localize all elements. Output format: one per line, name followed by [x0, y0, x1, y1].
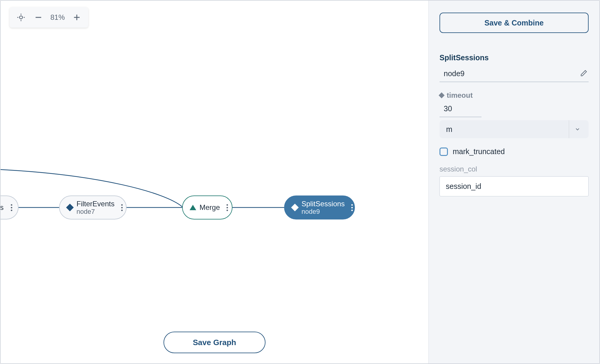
graph-node-filter-events[interactable]: FilterEvents node7 — [59, 195, 127, 219]
panel-node-type: SplitSessions — [440, 53, 589, 62]
node-labels: SplitSessions node9 — [302, 200, 345, 216]
app-frame: 81% s F — [0, 0, 600, 364]
node-name-value: node9 — [444, 69, 465, 78]
node-subtitle: node7 — [76, 208, 115, 215]
graph-node-partial[interactable]: s — [1, 195, 19, 219]
triangle-icon — [190, 204, 196, 210]
chevron-down-icon — [569, 120, 586, 138]
node-menu-icon[interactable] — [121, 204, 123, 211]
zoom-out-icon[interactable] — [31, 10, 46, 25]
node-labels: Merge — [200, 203, 220, 212]
zoom-level: 81% — [49, 13, 67, 22]
properties-panel: Save & Combine SplitSessions node9 timeo… — [428, 1, 599, 363]
diamond-icon — [67, 204, 73, 210]
zoom-in-icon[interactable] — [70, 10, 84, 25]
graph-edges — [1, 1, 428, 363]
session-col-input[interactable] — [440, 176, 589, 196]
node-title: s — [1, 203, 4, 212]
node-menu-icon[interactable] — [10, 204, 13, 211]
save-combine-button[interactable]: Save & Combine — [440, 13, 589, 33]
node-labels: FilterEvents node7 — [76, 200, 115, 216]
dropdown-value: m — [446, 125, 452, 134]
mark-truncated-checkbox[interactable]: mark_truncated — [440, 147, 589, 156]
field-timeout: timeout m — [440, 91, 589, 138]
diamond-icon — [439, 92, 445, 98]
checkbox-box — [440, 148, 448, 156]
field-label-row: timeout — [440, 91, 589, 100]
edit-icon[interactable] — [580, 70, 587, 78]
checkbox-label: mark_truncated — [453, 147, 505, 156]
zoom-toolbar: 81% — [10, 7, 88, 28]
node-name-row: node9 — [440, 68, 589, 82]
node-subtitle: node9 — [302, 208, 345, 215]
fit-view-icon[interactable] — [14, 10, 28, 25]
field-session-col: session_col — [440, 165, 589, 196]
graph-node-merge[interactable]: Merge — [182, 195, 232, 219]
field-label: timeout — [447, 91, 473, 100]
graph-canvas[interactable]: 81% s F — [1, 1, 428, 363]
node-menu-icon[interactable] — [351, 204, 353, 211]
svg-point-0 — [20, 16, 22, 19]
node-title: SplitSessions — [302, 200, 345, 208]
graph-node-split-sessions[interactable]: SplitSessions node9 — [284, 195, 355, 219]
field-label: session_col — [440, 165, 477, 173]
diamond-icon — [292, 204, 298, 210]
node-menu-icon[interactable] — [226, 204, 228, 211]
node-title: FilterEvents — [76, 200, 115, 208]
node-title: Merge — [200, 203, 220, 212]
timeout-input[interactable] — [440, 103, 482, 117]
save-graph-button[interactable]: Save Graph — [164, 332, 266, 353]
timeout-unit-dropdown[interactable]: m — [440, 120, 589, 138]
field-label-row: session_col — [440, 165, 589, 173]
